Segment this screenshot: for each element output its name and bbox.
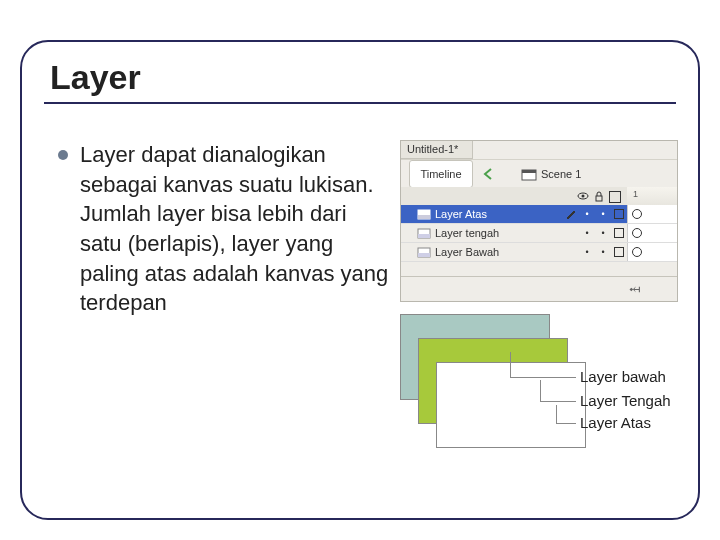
scene-label: Scene 1 (541, 168, 581, 180)
body-text: Layer dapat dianalogikan sebagai kanvas … (80, 140, 390, 318)
leader-line (556, 423, 576, 424)
lock-dot[interactable]: • (595, 209, 611, 219)
layer-icon (415, 227, 433, 239)
flash-timeline-panel: Untitled-1* Timeline Scene 1 1 Layer Ata… (400, 140, 678, 302)
back-arrow-icon[interactable] (481, 166, 497, 182)
lock-dot[interactable]: • (595, 228, 611, 238)
leader-line (540, 401, 576, 402)
layer-name: Layer Bawah (433, 246, 563, 258)
bullet-icon (58, 150, 68, 160)
keyframe-icon (632, 209, 642, 219)
keyframe-icon (632, 247, 642, 257)
visibility-dot[interactable]: • (579, 209, 595, 219)
visibility-dot[interactable]: • (579, 247, 595, 257)
svg-rect-8 (418, 234, 430, 238)
stack-label-tengah: Layer Tengah (580, 392, 671, 409)
scene-breadcrumb[interactable]: Scene 1 (521, 164, 581, 184)
lock-dot[interactable]: • (595, 247, 611, 257)
outline-color[interactable] (611, 247, 627, 257)
visibility-dot[interactable]: • (579, 228, 595, 238)
svg-rect-6 (418, 215, 430, 219)
scene-icon (521, 167, 537, 181)
layer-name: Layer Atas (433, 208, 563, 220)
canvas-stack-illustration (400, 314, 590, 454)
outline-toggle-icon[interactable] (609, 191, 621, 203)
stack-label-atas: Layer Atas (580, 414, 651, 431)
leader-line (556, 405, 557, 423)
layer-icon (415, 208, 433, 220)
lock-icon[interactable] (593, 190, 605, 202)
frame-track[interactable] (627, 224, 677, 242)
track-end-icon: ⤟ (629, 281, 641, 297)
layer-icon (415, 246, 433, 258)
svg-rect-1 (522, 170, 536, 173)
stack-label-bawah: Layer bawah (580, 368, 666, 385)
svg-rect-4 (596, 196, 602, 201)
outline-color[interactable] (611, 228, 627, 238)
svg-point-3 (582, 195, 585, 198)
slide-title: Layer (50, 58, 141, 97)
leader-line (510, 377, 576, 378)
keyframe-icon (632, 228, 642, 238)
frame-number-1: 1 (633, 189, 638, 199)
svg-rect-10 (418, 253, 430, 257)
title-underline (44, 102, 676, 104)
document-tab[interactable]: Untitled-1* (401, 141, 473, 159)
leader-line (510, 352, 511, 377)
timeline-header-row: Timeline Scene 1 (401, 159, 677, 189)
outline-color[interactable] (611, 209, 627, 219)
eye-icon[interactable] (577, 190, 589, 202)
frame-track[interactable] (627, 205, 677, 223)
slide: Layer Layer dapat dianalogikan sebagai k… (0, 0, 720, 540)
leader-line (540, 380, 541, 401)
frame-track[interactable] (627, 243, 677, 261)
layer-row-bawah[interactable]: Layer Bawah • • (401, 243, 677, 262)
timeline-tab[interactable]: Timeline (409, 160, 473, 188)
pencil-icon (563, 209, 579, 219)
layer-row-tengah[interactable]: Layer tengah • • (401, 224, 677, 243)
layer-name: Layer tengah (433, 227, 563, 239)
canvas-top (436, 362, 586, 448)
layer-list: Layer Atas • • Layer tengah • • La (401, 205, 677, 262)
layer-header: 1 (401, 187, 677, 206)
panel-footer: ⤟ (401, 276, 677, 301)
layer-row-atas[interactable]: Layer Atas • • (401, 205, 677, 224)
